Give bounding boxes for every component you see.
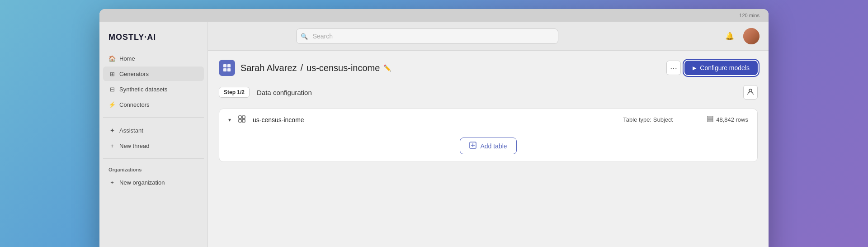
- sidebar-item-assistant-label: Assistant: [119, 127, 143, 134]
- edit-title-icon[interactable]: ✏️: [383, 64, 391, 71]
- data-table-card: ▾ us-census-income Table type: Subject: [219, 109, 758, 162]
- sidebar-item-synthetic-datasets-label: Synthetic datasets: [119, 86, 167, 93]
- avatar[interactable]: [743, 28, 760, 44]
- table-rows-count: 48,842 rows: [716, 116, 748, 123]
- configure-models-button[interactable]: ▶ Configure models: [684, 61, 758, 75]
- person-icon-button[interactable]: [743, 85, 758, 100]
- assistant-icon: ✦: [108, 127, 116, 134]
- page-header-left: Sarah Alvarez/us-census-income ✏️: [219, 60, 391, 76]
- sidebar-item-home[interactable]: 🏠 Home: [103, 51, 204, 66]
- sidebar-divider-1: [103, 117, 204, 118]
- sidebar-assistant-section: ✦ Assistant + New thread: [99, 123, 208, 153]
- breadcrumb-sep: /: [301, 63, 303, 73]
- step-badge: Step 1/2: [219, 87, 250, 98]
- search-icon: 🔍: [301, 33, 308, 39]
- sidebar-navigation: 🏠 Home ⊞ Generators ⊟ Synthetic datasets…: [99, 51, 208, 112]
- titlebar: 120 mins: [99, 9, 769, 22]
- topbar-right: 🔔: [722, 28, 760, 44]
- breadcrumb-user: Sarah Alvarez: [241, 63, 297, 73]
- topbar: 🔍 🔔: [208, 22, 769, 51]
- svg-rect-11: [708, 120, 713, 122]
- person-icon: [747, 88, 754, 97]
- sidebar-item-connectors-label: Connectors: [119, 101, 149, 108]
- search-input[interactable]: [296, 28, 558, 44]
- sidebar-item-new-organization[interactable]: + New organization: [103, 175, 204, 190]
- page-header-right: ⋯ ▶ Configure models: [666, 61, 758, 75]
- add-table-icon: [469, 142, 476, 150]
- add-table-label: Add table: [480, 142, 507, 150]
- home-icon: 🏠: [108, 55, 116, 62]
- svg-rect-0: [223, 64, 226, 67]
- breadcrumb-dataset: us-census-income: [307, 63, 380, 73]
- svg-rect-10: [708, 119, 713, 120]
- play-icon: ▶: [693, 65, 696, 71]
- sidebar-item-new-organization-label: New organization: [119, 179, 165, 186]
- search-bar-container: 🔍: [296, 28, 558, 44]
- svg-rect-3: [227, 68, 231, 71]
- table-name: us-census-income: [253, 116, 304, 124]
- organizations-section-label: Organizations: [99, 164, 208, 175]
- svg-rect-9: [708, 116, 713, 118]
- table-rows-info: 48,842 rows: [707, 116, 748, 124]
- svg-rect-1: [227, 64, 231, 67]
- sidebar-divider-2: [103, 158, 204, 159]
- page-title: Sarah Alvarez/us-census-income ✏️: [241, 63, 391, 73]
- page-header: Sarah Alvarez/us-census-income ✏️ ⋯ ▶ Co…: [219, 60, 758, 76]
- svg-rect-7: [239, 119, 241, 122]
- table-grid-icon: [238, 115, 245, 124]
- table-expand-button[interactable]: ▾: [228, 117, 231, 123]
- synthetic-datasets-icon: ⊟: [108, 86, 116, 93]
- new-thread-icon: +: [108, 142, 116, 149]
- logo: MOSTLY·AI: [99, 29, 208, 51]
- sidebar-item-assistant[interactable]: ✦ Assistant: [103, 123, 204, 138]
- generator-icon: [219, 60, 235, 76]
- svg-rect-6: [242, 116, 245, 119]
- timer-display: 120 mins: [739, 13, 760, 18]
- add-table-section: Add table: [219, 130, 757, 162]
- more-options-icon: ⋯: [670, 64, 677, 72]
- sidebar: MOSTLY·AI 🏠 Home ⊞ Generators ⊟ Syntheti…: [99, 22, 208, 247]
- sidebar-item-connectors[interactable]: ⚡ Connectors: [103, 97, 204, 112]
- table-row: ▾ us-census-income Table type: Subject: [219, 109, 757, 130]
- main-content: 🔍 🔔: [208, 22, 769, 247]
- chevron-down-icon: ▾: [228, 117, 231, 123]
- generators-icon: ⊞: [108, 70, 116, 77]
- table-type-label: Table type: Subject: [623, 116, 673, 123]
- svg-rect-8: [242, 119, 245, 122]
- sidebar-org-section: + New organization: [99, 175, 208, 190]
- configure-models-label: Configure models: [700, 64, 750, 71]
- rows-icon: [707, 116, 713, 124]
- app-container: MOSTLY·AI 🏠 Home ⊞ Generators ⊟ Syntheti…: [99, 22, 769, 247]
- step-bar-right: [743, 85, 758, 100]
- notifications-button[interactable]: 🔔: [722, 28, 738, 44]
- step-title: Data configuration: [257, 89, 312, 96]
- sidebar-item-home-label: Home: [119, 55, 135, 62]
- sidebar-item-new-thread[interactable]: + New thread: [103, 138, 204, 153]
- more-options-button[interactable]: ⋯: [666, 61, 681, 75]
- add-table-button[interactable]: Add table: [460, 138, 516, 154]
- svg-rect-5: [239, 116, 241, 119]
- svg-rect-2: [223, 68, 226, 71]
- page-content: Sarah Alvarez/us-census-income ✏️ ⋯ ▶ Co…: [208, 51, 769, 247]
- connectors-icon: ⚡: [108, 101, 116, 108]
- sidebar-item-synthetic-datasets[interactable]: ⊟ Synthetic datasets: [103, 82, 204, 96]
- sidebar-item-generators[interactable]: ⊞ Generators: [103, 66, 204, 81]
- avatar-image: [743, 28, 760, 44]
- app-window: 120 mins MOSTLY·AI 🏠 Home ⊞ Generators ⊟…: [99, 9, 769, 247]
- sidebar-item-new-thread-label: New thread: [119, 142, 149, 149]
- step-bar: Step 1/2 Data configuration: [219, 85, 758, 100]
- svg-point-4: [749, 89, 752, 92]
- sidebar-item-generators-label: Generators: [119, 71, 149, 77]
- new-organization-icon: +: [108, 179, 116, 186]
